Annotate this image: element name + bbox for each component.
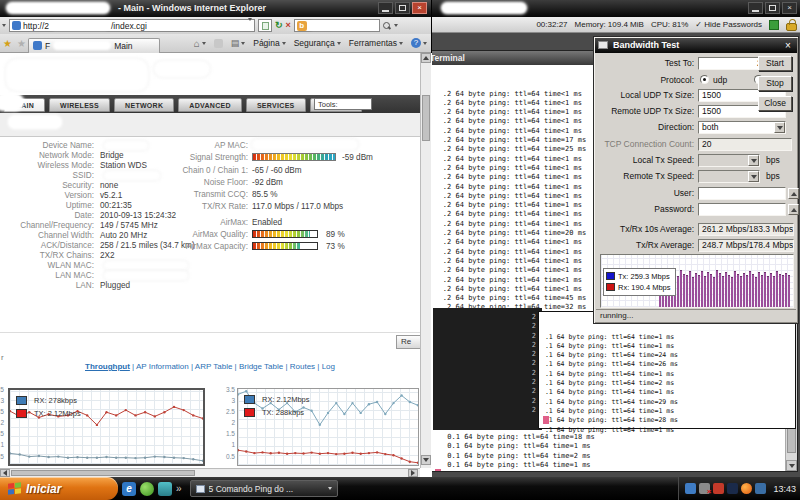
address-bar[interactable]: http://2 /index.cgi [9, 19, 255, 32]
terminal-scroll-down-button[interactable] [786, 460, 797, 471]
ie-minimize-button[interactable] [378, 2, 393, 14]
censored-ip [702, 59, 754, 68]
local-tx-speed-suffix: bps [766, 154, 780, 167]
winbox-restore-button[interactable] [765, 2, 780, 14]
direction-select[interactable]: both [698, 121, 786, 134]
local-tx-speed-dropdown-icon[interactable] [748, 155, 759, 166]
print-button[interactable]: ▤ [227, 38, 250, 48]
quicklaunch-icon-2[interactable] [140, 482, 154, 496]
rx-swatch [606, 283, 615, 291]
protocol-udp-radio[interactable] [700, 75, 709, 84]
tray-alert-icon[interactable] [713, 483, 724, 494]
tools-menu[interactable]: Ferramentas [345, 38, 407, 48]
monitor-link[interactable]: Routes [283, 362, 315, 371]
favorites-star-icon[interactable]: ★ [0, 38, 15, 49]
ie-maximize-button[interactable] [395, 2, 410, 14]
dialog-icon [598, 41, 608, 49]
vscroll-thumb[interactable] [422, 95, 430, 141]
airos-tab[interactable]: NETWORK [114, 98, 174, 112]
add-favorite-icon[interactable]: ★ [15, 38, 28, 49]
terminal2-window[interactable]: .1 64 byte ping: ttl=64 time=1 ms .1 64 … [538, 311, 796, 429]
remote-tx-speed-dropdown-icon[interactable] [748, 171, 759, 182]
monitor-link[interactable]: AP Information [130, 362, 189, 371]
user-field[interactable] [698, 187, 786, 200]
feeds-button[interactable] [210, 39, 227, 48]
help-menu[interactable]: ? [407, 38, 431, 48]
tcp-count-field: 20 [698, 138, 792, 151]
refresh-icon[interactable]: ↻ [275, 19, 283, 32]
dialog-close-icon[interactable]: × [782, 39, 794, 52]
bing-logo: b [297, 21, 307, 31]
monitor-link[interactable]: Log [315, 362, 335, 371]
scroll-up-button[interactable] [421, 53, 431, 63]
quicklaunch-icon-3[interactable] [158, 482, 172, 496]
scroll-left-button[interactable] [0, 469, 10, 477]
signal-strength-value: -59 dBm [342, 153, 373, 163]
bandwidth-dialog-titlebar[interactable]: Bandwidth Test [595, 38, 797, 53]
scroll-right-button[interactable] [408, 469, 418, 477]
safety-menu[interactable]: Segurança [290, 38, 345, 48]
browser-tab[interactable]: F Main [28, 38, 160, 53]
ie-horizontal-scrollbar[interactable] [0, 468, 420, 477]
legend-row: TX: 288kbps [244, 406, 310, 419]
ccq-label: Transmit CCQ: [148, 190, 248, 200]
monitor-link[interactable]: Bridge Table [232, 362, 283, 371]
password-collapse-icon[interactable] [788, 204, 799, 215]
tray-network-icon[interactable] [685, 483, 696, 494]
censored-main-tab [0, 93, 24, 111]
clipped-section-text: r [1, 353, 4, 362]
winbox-close-button[interactable]: × [782, 2, 797, 14]
address-dropdown-icon[interactable] [248, 18, 252, 31]
stop-icon[interactable]: × [286, 19, 291, 32]
start-button[interactable]: Start [758, 56, 792, 71]
direction-dropdown-icon[interactable] [774, 122, 785, 133]
tray-disconnected-icon[interactable]: × [699, 483, 710, 494]
search-box[interactable]: b [294, 19, 380, 32]
connection-status-icon [769, 20, 779, 30]
ping-line: .1 64 byte ping: ttl=64 time=1 ms [541, 426, 678, 435]
stop-button[interactable]: Stop [758, 76, 792, 91]
ping-line: .1 64 byte ping: ttl=64 time=1 ms [541, 342, 678, 351]
airos-tab[interactable]: SERVICES [246, 98, 306, 112]
ie-quicklaunch-icon[interactable]: e [122, 482, 136, 496]
close-button[interactable]: Close [758, 96, 792, 111]
back-forward-dropdown-icon[interactable] [2, 24, 6, 27]
user-collapse-icon[interactable] [788, 188, 799, 199]
terminal2-output: .1 64 byte ping: ttl=64 time=1 ms .1 64 … [541, 314, 678, 453]
quicklaunch-overflow-icon[interactable]: » [176, 483, 182, 494]
hscroll-thumb[interactable] [11, 470, 195, 476]
start-button-taskbar[interactable]: Iniciar [0, 477, 118, 500]
home-icon: ⌂ [194, 38, 200, 49]
airos-tab[interactable]: ADVANCED [178, 98, 242, 112]
airos-tab[interactable]: WIRELESS [49, 98, 110, 112]
protocol-udp-label: udp [713, 74, 727, 87]
terminal2-cursor [543, 416, 549, 424]
scroll-down-button[interactable] [421, 455, 431, 465]
search-icon[interactable] [383, 22, 391, 30]
status-row: TX/RX Chains:2X2 [0, 251, 210, 261]
search-dropdown-icon[interactable] [394, 24, 398, 27]
window-icon [196, 485, 205, 493]
tray-firefox-icon[interactable] [741, 483, 752, 494]
compatibility-view-button[interactable] [258, 19, 272, 32]
home-button[interactable]: ⌂ [190, 38, 210, 49]
avg10-field: 261.2 Mbps/183.3 Mbps [698, 223, 794, 236]
local-udp-size-label: Local UDP Tx Size: [602, 89, 694, 102]
monitor-link[interactable]: Throughput [85, 362, 130, 371]
page-menu[interactable]: Página [249, 38, 289, 48]
hide-passwords-checkbox[interactable]: ✓ Hide Passwords [695, 20, 762, 29]
tools-select[interactable]: Tools: [314, 98, 372, 110]
winbox-titlebar[interactable]: × [429, 0, 800, 17]
winbox-minimize-button[interactable] [748, 2, 763, 14]
task-button-ping-group[interactable]: 5 Comando Ping do ... [190, 480, 338, 497]
ie-vertical-scrollbar[interactable] [420, 53, 431, 468]
lan-yticks: 3.532.521.510.5 [0, 384, 4, 462]
memory-indicator: Memory: 109.4 MiB [575, 20, 644, 29]
ie-close-button[interactable]: × [412, 2, 427, 14]
password-field[interactable] [698, 203, 786, 216]
censored-ap-mac [252, 139, 358, 150]
tray-shield-icon[interactable] [727, 483, 738, 494]
tray-window-icon[interactable] [755, 483, 766, 494]
monitor-link[interactable]: ARP Table [189, 362, 233, 371]
airmax-quality-bar [252, 230, 318, 238]
